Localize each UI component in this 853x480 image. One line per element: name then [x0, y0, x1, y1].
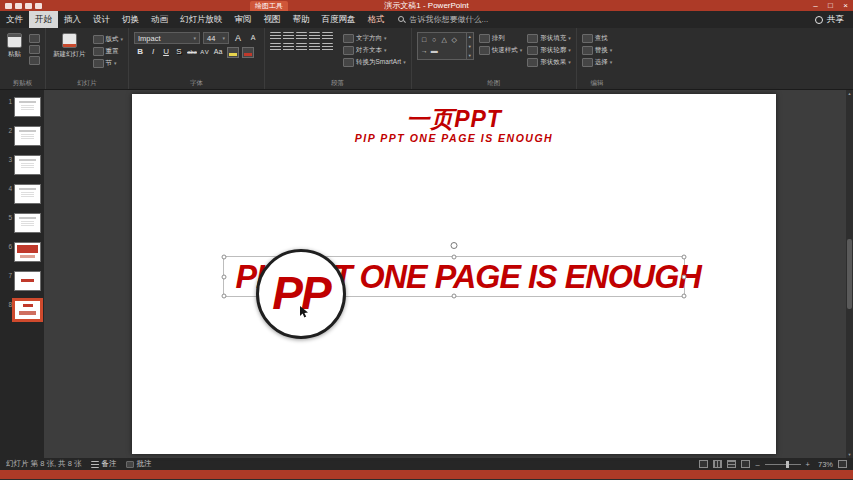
- zoom-slider[interactable]: [765, 464, 801, 465]
- align-left-icon[interactable]: [270, 43, 281, 52]
- comments-button[interactable]: 批注: [126, 459, 151, 469]
- tab-视图[interactable]: 视图: [258, 11, 287, 28]
- cut-icon[interactable]: [29, 34, 40, 43]
- numbering-icon[interactable]: [283, 32, 294, 41]
- highlight-color-button[interactable]: [227, 47, 239, 58]
- justify-icon[interactable]: [309, 43, 320, 52]
- slide-thumbnail-5[interactable]: 5: [0, 213, 44, 242]
- undo-icon[interactable]: [15, 3, 22, 9]
- text-direction-button[interactable]: 文字方向▾: [343, 33, 406, 43]
- scrollbar-thumb[interactable]: [847, 239, 852, 309]
- resize-handle-mid-left[interactable]: [222, 274, 227, 279]
- shape-fill-button[interactable]: 形状填充▾: [527, 33, 571, 43]
- tab-format-contextual[interactable]: 格式: [362, 11, 391, 28]
- reading-view-icon[interactable]: [727, 460, 736, 468]
- close-button[interactable]: ×: [838, 0, 853, 11]
- paste-button[interactable]: 粘贴: [5, 32, 24, 60]
- tab-插入[interactable]: 插入: [58, 11, 87, 28]
- share-button[interactable]: 共享: [815, 11, 853, 28]
- tab-百度网盘[interactable]: 百度网盘: [316, 11, 362, 28]
- scroll-down-icon[interactable]: ▼: [848, 452, 852, 457]
- tell-me-search[interactable]: 告诉我你想要做什么...: [391, 11, 496, 28]
- tab-审阅[interactable]: 审阅: [229, 11, 258, 28]
- slide-sorter-icon[interactable]: [713, 460, 722, 468]
- tab-切换[interactable]: 切换: [116, 11, 145, 28]
- font-color-button[interactable]: [242, 47, 254, 58]
- italic-button[interactable]: I: [147, 46, 159, 58]
- shape-option-0[interactable]: □: [420, 35, 429, 45]
- increase-font-button[interactable]: A: [232, 32, 244, 44]
- shape-option-3[interactable]: ◇: [450, 35, 459, 45]
- resize-handle-bottom-right[interactable]: [682, 294, 687, 299]
- font-name-combo[interactable]: Impact▾: [134, 32, 200, 44]
- convert-smartart-button[interactable]: 转换为SmartArt▾: [343, 57, 406, 67]
- format-painter-icon[interactable]: [29, 56, 40, 65]
- underline-button[interactable]: U: [160, 46, 172, 58]
- columns-icon[interactable]: [322, 43, 333, 52]
- slide-thumbnail-1[interactable]: 1: [0, 97, 44, 126]
- reset-button[interactable]: 重置: [93, 46, 124, 56]
- tab-动画[interactable]: 动画: [145, 11, 174, 28]
- fit-to-window-icon[interactable]: [838, 460, 847, 468]
- rotate-handle[interactable]: [451, 242, 458, 249]
- shape-option-5[interactable]: ▬: [430, 46, 439, 56]
- zoom-out-button[interactable]: –: [755, 460, 759, 469]
- strikethrough-button[interactable]: abc: [186, 46, 198, 58]
- tab-file[interactable]: 文件: [0, 11, 29, 28]
- layout-button[interactable]: 版式▾: [93, 34, 124, 44]
- tab-幻灯片放映[interactable]: 幻灯片放映: [174, 11, 229, 28]
- normal-view-icon[interactable]: [699, 460, 708, 468]
- shape-outline-button[interactable]: 形状轮廓▾: [527, 45, 571, 55]
- zoom-slider-thumb[interactable]: [786, 461, 789, 468]
- slide-thumbnail-3[interactable]: 3: [0, 155, 44, 184]
- resize-handle-bottom-center[interactable]: [452, 294, 457, 299]
- resize-handle-top-right[interactable]: [682, 255, 687, 260]
- slide-thumbnail-4[interactable]: 4: [0, 184, 44, 213]
- shape-option-1[interactable]: ○: [430, 35, 439, 45]
- tab-开始[interactable]: 开始: [29, 11, 58, 28]
- notes-button[interactable]: 备注: [91, 459, 116, 469]
- arrange-button[interactable]: 排列: [479, 33, 523, 43]
- change-case-button[interactable]: Aa: [212, 46, 224, 58]
- shape-gallery-scrollbar[interactable]: ▲▼▼: [467, 32, 474, 60]
- bold-button[interactable]: B: [134, 46, 146, 58]
- zoom-percentage[interactable]: 73%: [815, 460, 833, 469]
- shape-option-2[interactable]: △: [440, 35, 449, 45]
- slide-thumbnail-2[interactable]: 2: [0, 126, 44, 155]
- text-shadow-button[interactable]: S: [173, 46, 185, 58]
- resize-handle-top-left[interactable]: [222, 255, 227, 260]
- quick-styles-button[interactable]: 快速样式▾: [479, 45, 523, 55]
- bullets-icon[interactable]: [270, 32, 281, 41]
- tab-设计[interactable]: 设计: [87, 11, 116, 28]
- find-button[interactable]: 查找: [582, 33, 613, 43]
- section-button[interactable]: 节▾: [93, 58, 124, 68]
- slideshow-view-icon[interactable]: [741, 460, 750, 468]
- line-spacing-icon[interactable]: [322, 32, 333, 41]
- align-center-icon[interactable]: [283, 43, 294, 52]
- maximize-button[interactable]: □: [823, 0, 838, 11]
- align-right-icon[interactable]: [296, 43, 307, 52]
- redo-icon[interactable]: [25, 3, 32, 9]
- minimize-button[interactable]: –: [808, 0, 823, 11]
- scroll-up-icon[interactable]: ▲: [848, 91, 852, 96]
- tab-帮助[interactable]: 帮助: [287, 11, 316, 28]
- resize-handle-bottom-left[interactable]: [222, 294, 227, 299]
- decrease-font-button[interactable]: A: [247, 32, 259, 44]
- save-icon[interactable]: [5, 3, 12, 9]
- slide-thumbnail-8[interactable]: 8: [0, 300, 44, 329]
- resize-handle-top-center[interactable]: [452, 255, 457, 260]
- slide-thumbnail-7[interactable]: 7: [0, 271, 44, 300]
- new-slide-button[interactable]: 新建幻灯片: [51, 32, 88, 60]
- character-spacing-button[interactable]: AV: [199, 46, 211, 58]
- copy-icon[interactable]: [29, 45, 40, 54]
- align-text-button[interactable]: 对齐文本▾: [343, 45, 406, 55]
- slide-thumbnail-6[interactable]: 6: [0, 242, 44, 271]
- slide-editing-surface[interactable]: 一页PPT PIP PPT ONE PAGE IS ENOUGH PIP PPT…: [132, 94, 776, 454]
- zoom-in-button[interactable]: +: [806, 460, 810, 469]
- indent-decrease-icon[interactable]: [296, 32, 307, 41]
- vertical-scrollbar[interactable]: ▲ ▼: [846, 90, 853, 458]
- slide-subtitle-text[interactable]: PIP PPT ONE PAGE IS ENOUGH: [132, 132, 776, 144]
- font-size-combo[interactable]: 44▾: [203, 32, 229, 44]
- replace-button[interactable]: 替换▾: [582, 45, 613, 55]
- indent-increase-icon[interactable]: [309, 32, 320, 41]
